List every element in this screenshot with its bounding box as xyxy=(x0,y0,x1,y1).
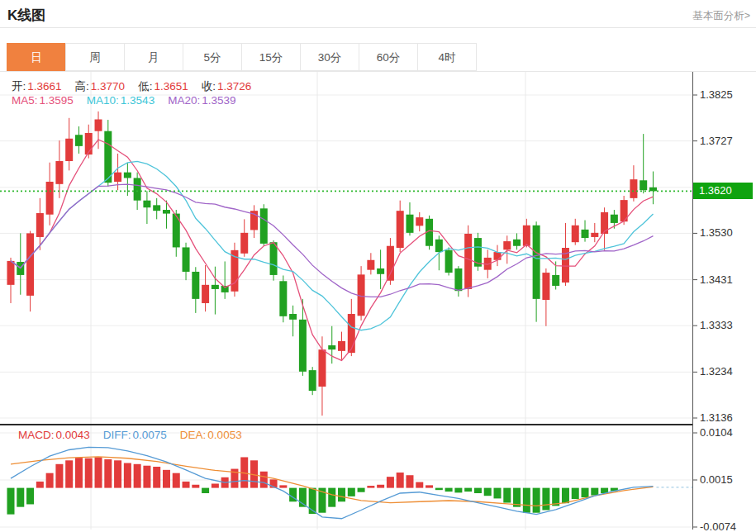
macd-bar xyxy=(328,488,335,507)
candle-body xyxy=(46,182,54,215)
candle-body xyxy=(212,285,219,289)
candle-body xyxy=(367,260,374,270)
ma-item-1: MA10:1.3543 xyxy=(87,94,155,107)
macd-bar xyxy=(426,485,433,487)
candle-body xyxy=(309,370,316,391)
ma-value: 1.3539 xyxy=(202,94,235,107)
macd-bar xyxy=(46,473,54,488)
ohlc-item-3: 收:1.3726 xyxy=(202,79,252,94)
macd-legend: MACD:0.0043DIFF:0.0075DEA:0.0053 xyxy=(18,429,255,441)
price-tick-label: 1.3136 xyxy=(700,411,753,424)
macd-bar xyxy=(65,460,73,487)
candle-body xyxy=(338,341,345,351)
macd-bar xyxy=(279,485,287,487)
candle-body xyxy=(26,233,34,295)
candle-body xyxy=(173,214,180,248)
candle-body xyxy=(318,349,326,387)
candle-body xyxy=(397,211,404,248)
candle-body xyxy=(183,247,190,272)
ma-value: 1.3543 xyxy=(121,94,155,107)
candle-body xyxy=(454,268,462,291)
candle-body xyxy=(279,281,287,316)
macd-label: DIFF: xyxy=(103,429,131,441)
candle-body xyxy=(523,226,530,246)
ohlc-legend: 开:1.3661高:1.3770低:1.3651收:1.3726 xyxy=(12,79,264,94)
macd-value: 0.0053 xyxy=(207,429,241,441)
candle-body xyxy=(270,242,278,275)
ma-item-0: MA5:1.3595 xyxy=(12,94,74,107)
price-tick-label: 1.3727 xyxy=(700,135,753,147)
candle-body xyxy=(494,252,502,260)
macd-bar xyxy=(523,488,530,513)
candle-body xyxy=(153,205,160,211)
candle-body xyxy=(65,139,73,161)
macd-bar xyxy=(55,464,63,488)
macd-bar xyxy=(202,488,209,493)
macd-label: DEA: xyxy=(180,429,207,441)
macd-bar xyxy=(454,488,462,493)
macd-bar xyxy=(474,488,482,493)
candle-body xyxy=(55,161,63,184)
candle-body xyxy=(387,246,394,281)
ohlc-label: 高: xyxy=(75,80,89,93)
macd-bar xyxy=(582,488,589,498)
candle-body xyxy=(513,240,521,246)
macd-bar xyxy=(212,483,219,487)
candle-body xyxy=(630,179,637,198)
ohlc-item-0: 开:1.3661 xyxy=(12,79,62,94)
candle-body xyxy=(163,210,170,214)
macd-bar xyxy=(260,472,268,488)
kline-widget: K线图 基本面分析> 日周月5分15分30分60分4时 开:1.3661高:1.… xyxy=(0,0,756,532)
macd-bar xyxy=(533,488,540,513)
candle-body xyxy=(377,268,384,274)
candle-body xyxy=(240,233,248,254)
macd-tick-label: 0.0104 xyxy=(700,426,753,439)
macd-bar xyxy=(464,488,472,492)
candle-body xyxy=(533,226,540,299)
candle-body xyxy=(611,215,618,223)
price-tick-label: 1.3234 xyxy=(700,365,753,378)
candle-body xyxy=(406,215,413,233)
macd-bar xyxy=(183,482,190,488)
macd-bar xyxy=(338,488,345,502)
candle-body xyxy=(95,120,102,131)
macd-bar xyxy=(153,467,160,488)
macd-bar xyxy=(114,460,121,487)
ma-label: MA10: xyxy=(87,94,119,107)
macd-bar xyxy=(95,457,102,487)
candle-body xyxy=(416,217,423,226)
macd-bar xyxy=(484,488,492,496)
candle-body xyxy=(328,345,335,349)
macd-item-1: DIFF:0.0075 xyxy=(103,429,167,441)
candle-body xyxy=(289,314,297,320)
ohlc-label: 收: xyxy=(202,80,216,93)
ohlc-item-1: 高:1.3770 xyxy=(75,79,126,94)
ma-item-2: MA20:1.3539 xyxy=(168,94,235,107)
ohlc-value: 1.3770 xyxy=(91,80,125,93)
ma-value: 1.3595 xyxy=(40,94,74,107)
candle-body xyxy=(260,208,268,244)
macd-bar xyxy=(377,485,384,488)
candle-body xyxy=(7,261,15,285)
ohlc-value: 1.3726 xyxy=(217,80,251,93)
ohlc-value: 1.3661 xyxy=(27,80,61,93)
macd-bar xyxy=(591,488,598,496)
candle-body xyxy=(591,233,598,237)
candle-body xyxy=(143,201,150,208)
price-tick-label: 1.3825 xyxy=(700,88,753,101)
macd-bar xyxy=(406,475,413,487)
macd-bar xyxy=(104,459,112,488)
macd-bar xyxy=(36,482,44,488)
macd-tick-label: -0.0074 xyxy=(700,520,753,532)
candle-body xyxy=(114,173,121,182)
macd-bar xyxy=(367,486,374,488)
macd-bar xyxy=(542,488,549,511)
macd-bar xyxy=(397,473,404,488)
macd-bar xyxy=(173,473,180,488)
macd-bar xyxy=(503,488,511,503)
candle-body xyxy=(464,234,472,289)
price-tick-label: 1.3431 xyxy=(700,273,753,286)
macd-bar xyxy=(75,458,83,488)
macd-bar xyxy=(134,464,141,488)
macd-bar xyxy=(348,488,355,496)
